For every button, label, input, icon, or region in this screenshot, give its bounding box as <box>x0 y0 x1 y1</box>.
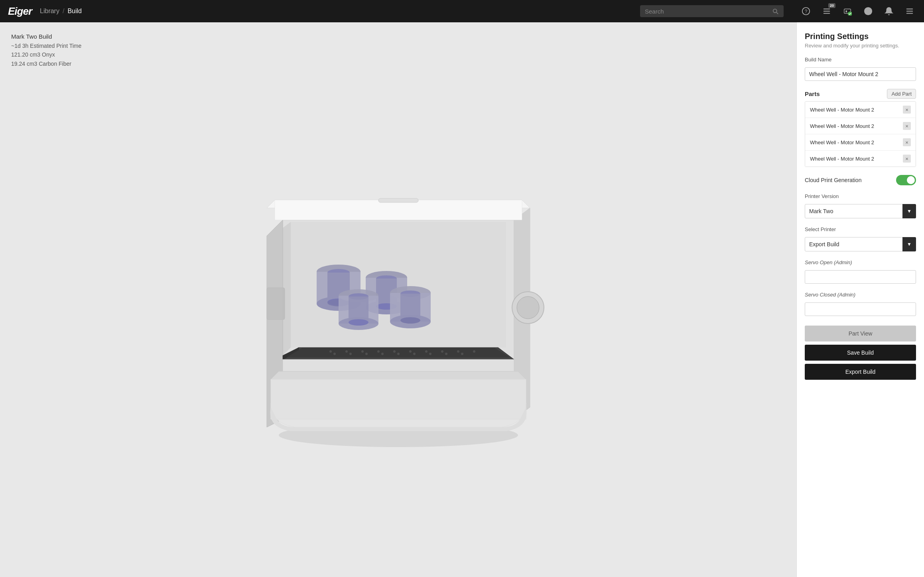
select-printer-wrapper: Export Build Mark Two 1 Mark Two 2 ▼ <box>805 237 916 251</box>
part-name: Wheel Well - Motor Mount 2 <box>810 123 874 129</box>
svg-rect-61 <box>267 288 285 320</box>
part-name: Wheel Well - Motor Mount 2 <box>810 156 874 162</box>
build-info: Mark Two Build ~1d 3h Estimated Print Ti… <box>11 32 81 68</box>
notification-icon[interactable] <box>883 5 895 18</box>
part-item: Wheel Well - Motor Mount 2 × <box>805 102 916 118</box>
svg-point-34 <box>461 353 463 355</box>
servo-closed-section: Servo Closed (Admin) <box>805 292 916 316</box>
svg-point-32 <box>429 353 431 355</box>
search-input[interactable] <box>645 8 768 15</box>
part-item: Wheel Well - Motor Mount 2 × <box>805 134 916 151</box>
main-content: Mark Two Build ~1d 3h Estimated Print Ti… <box>0 22 924 577</box>
add-part-button[interactable]: Add Part <box>887 89 916 99</box>
svg-point-7 <box>848 12 852 16</box>
svg-rect-12 <box>906 13 913 14</box>
part-remove-button[interactable]: × <box>903 122 911 130</box>
panel-title: Printing Settings <box>805 32 916 41</box>
servo-closed-label: Servo Closed (Admin) <box>805 292 916 298</box>
svg-point-33 <box>445 353 447 355</box>
printer-version-section: Printer Version Mark Two Mark X Onyx One… <box>805 193 916 218</box>
svg-point-17 <box>345 350 348 353</box>
navbar-icons: ? 20 <box>800 5 916 18</box>
panel-subtitle: Review and modify your printing settings… <box>805 43 916 49</box>
servo-open-input[interactable] <box>805 270 916 284</box>
breadcrumb-library[interactable]: Library <box>40 8 59 15</box>
help-icon[interactable]: ? <box>800 5 812 18</box>
svg-rect-11 <box>906 11 913 12</box>
breadcrumb-current: Build <box>67 8 82 15</box>
part-remove-button[interactable]: × <box>903 138 911 146</box>
svg-point-22 <box>425 350 428 353</box>
svg-point-19 <box>377 350 380 353</box>
svg-point-26 <box>333 353 336 355</box>
svg-point-16 <box>329 350 332 353</box>
breadcrumb-separator: / <box>63 8 64 15</box>
build-title: Mark Two Build <box>11 32 81 41</box>
print-time: ~1d 3h Estimated Print Time <box>11 41 81 50</box>
svg-point-18 <box>361 350 364 353</box>
svg-rect-4 <box>824 13 830 14</box>
export-build-button[interactable]: Export Build <box>805 364 916 380</box>
parts-title: Parts <box>805 90 820 97</box>
cloud-print-section: Cloud Print Generation <box>805 175 916 185</box>
svg-text:?: ? <box>805 9 808 14</box>
part-item: Wheel Well - Motor Mount 2 × <box>805 118 916 134</box>
cloud-print-label: Cloud Print Generation <box>805 177 861 183</box>
svg-point-31 <box>413 353 416 355</box>
hamburger-menu-icon[interactable] <box>903 5 916 18</box>
part-name: Wheel Well - Motor Mount 2 <box>810 139 874 145</box>
cloud-print-toggle[interactable] <box>896 175 916 185</box>
panel-header: Printing Settings Review and modify your… <box>805 32 916 49</box>
search-icon <box>772 8 779 15</box>
servo-open-label: Servo Open (Admin) <box>805 259 916 265</box>
svg-rect-10 <box>906 9 913 10</box>
svg-point-24 <box>457 350 459 353</box>
parts-list: Wheel Well - Motor Mount 2 × Wheel Well … <box>805 101 916 167</box>
layers-badge: 20 <box>828 3 835 8</box>
breadcrumb: Library / Build <box>40 8 82 15</box>
part-view-button[interactable]: Part View <box>805 326 916 341</box>
servo-closed-input[interactable] <box>805 302 916 316</box>
svg-point-21 <box>409 350 412 353</box>
part-remove-button[interactable]: × <box>903 155 911 163</box>
part-item: Wheel Well - Motor Mount 2 × <box>805 151 916 167</box>
printer-version-select[interactable]: Mark Two Mark X Onyx One <box>805 204 916 218</box>
svg-point-23 <box>441 350 443 353</box>
carbon-fiber-volume: 19.24 cm3 Carbon Fiber <box>11 59 81 68</box>
settings-panel: Printing Settings Review and modify your… <box>796 22 924 577</box>
select-printer-section: Select Printer Export Build Mark Two 1 M… <box>805 226 916 251</box>
svg-point-28 <box>365 353 368 355</box>
svg-point-20 <box>393 350 396 353</box>
svg-rect-3 <box>824 11 830 12</box>
printer-svg <box>243 148 554 451</box>
upload-icon[interactable] <box>862 5 875 18</box>
search-box[interactable] <box>640 5 784 17</box>
svg-rect-2 <box>824 9 830 10</box>
part-remove-button[interactable]: × <box>903 106 911 114</box>
select-printer-label: Select Printer <box>805 226 916 232</box>
build-name-section: Build Name <box>805 57 916 81</box>
printer-version-label: Printer Version <box>805 193 916 199</box>
part-name: Wheel Well - Motor Mount 2 <box>810 107 874 113</box>
navbar: Eiger Library / Build ? 20 <box>0 0 924 22</box>
printer-check-icon[interactable] <box>841 5 854 18</box>
svg-rect-60 <box>378 198 418 202</box>
svg-point-25 <box>473 350 475 353</box>
svg-point-29 <box>381 353 384 355</box>
parts-section: Parts Add Part Wheel Well - Motor Mount … <box>805 89 916 167</box>
svg-point-15 <box>517 296 539 319</box>
app-logo[interactable]: Eiger <box>8 5 32 18</box>
save-build-button[interactable]: Save Build <box>805 345 916 361</box>
printer-version-wrapper: Mark Two Mark X Onyx One ▼ <box>805 204 916 218</box>
servo-open-section: Servo Open (Admin) <box>805 259 916 284</box>
select-printer-select[interactable]: Export Build Mark Two 1 Mark Two 2 <box>805 237 916 251</box>
onyx-volume: 121.20 cm3 Onyx <box>11 50 81 59</box>
action-buttons: Part View Save Build Export Build <box>805 326 916 380</box>
viewer-panel: Mark Two Build ~1d 3h Estimated Print Ti… <box>0 22 796 577</box>
build-name-input[interactable] <box>805 67 916 81</box>
build-name-label: Build Name <box>805 57 916 63</box>
svg-point-30 <box>397 353 400 355</box>
layers-icon[interactable]: 20 <box>820 5 833 18</box>
parts-header: Parts Add Part <box>805 89 916 99</box>
svg-point-27 <box>349 353 352 355</box>
